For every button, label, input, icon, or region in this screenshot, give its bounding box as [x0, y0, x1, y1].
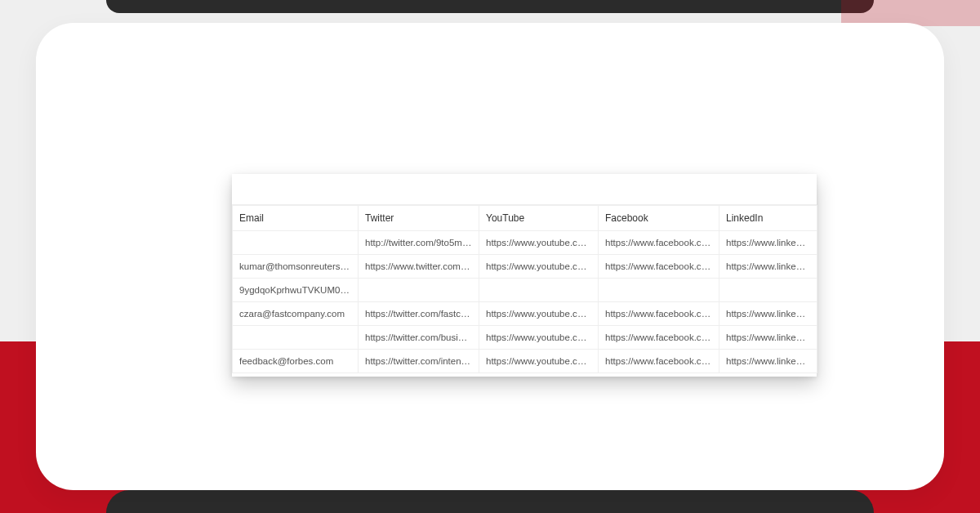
cell-email[interactable]: [233, 231, 359, 255]
bg-bottom-dark-pill: [106, 490, 874, 513]
page-background: Email Twitter YouTube Facebook LinkedIn …: [0, 0, 980, 513]
cell-youtube[interactable]: https://www.youtube.com/f...: [479, 350, 599, 373]
table-blank-header-row: [232, 174, 817, 205]
cell-twitter[interactable]: [359, 279, 479, 302]
table-row[interactable]: kumar@thomsonreuters.com https://www.twi…: [233, 255, 817, 279]
col-header-twitter[interactable]: Twitter: [359, 206, 479, 231]
cell-email[interactable]: feedback@forbes.com: [233, 350, 359, 373]
cell-twitter[interactable]: https://twitter.com/busines...: [359, 326, 479, 350]
col-header-linkedin[interactable]: LinkedIn: [719, 206, 817, 231]
cell-twitter[interactable]: http://twitter.com/9to5mac: [359, 231, 479, 255]
cell-email[interactable]: 9ygdqoKprhwuTVKUM0DLP...: [233, 279, 359, 302]
bg-top-dark-pill: [106, 0, 874, 13]
table-row[interactable]: http://twitter.com/9to5mac https://www.y…: [233, 231, 817, 255]
table-row[interactable]: https://twitter.com/busines... https://w…: [233, 326, 817, 350]
cell-twitter[interactable]: https://twitter.com/intent/t...: [359, 350, 479, 373]
data-table: Email Twitter YouTube Facebook LinkedIn …: [232, 205, 817, 373]
col-header-email[interactable]: Email: [233, 206, 359, 231]
table-row[interactable]: czara@fastcompany.com https://twitter.co…: [233, 302, 817, 326]
cell-facebook[interactable]: https://www.facebook.com/...: [599, 255, 719, 279]
cell-youtube[interactable]: [479, 279, 599, 302]
table-header-row: Email Twitter YouTube Facebook LinkedIn: [233, 206, 817, 231]
table-row[interactable]: 9ygdqoKprhwuTVKUM0DLP...: [233, 279, 817, 302]
cell-twitter[interactable]: https://twitter.com/fastcom...: [359, 302, 479, 326]
cell-email[interactable]: czara@fastcompany.com: [233, 302, 359, 326]
table-row[interactable]: feedback@forbes.com https://twitter.com/…: [233, 350, 817, 373]
data-table-container: Email Twitter YouTube Facebook LinkedIn …: [232, 174, 817, 377]
cell-facebook[interactable]: https://www.facebook.com/...: [599, 302, 719, 326]
cell-twitter[interactable]: https://www.twitter.com/Re...: [359, 255, 479, 279]
cell-linkedin[interactable]: https://www.linkedin...: [719, 350, 817, 373]
cell-facebook[interactable]: [599, 279, 719, 302]
cell-email[interactable]: kumar@thomsonreuters.com: [233, 255, 359, 279]
cell-email[interactable]: [233, 326, 359, 350]
cell-youtube[interactable]: https://www.youtube.com/c...: [479, 231, 599, 255]
cell-facebook[interactable]: https://www.facebook.com/...: [599, 326, 719, 350]
col-header-facebook[interactable]: Facebook: [599, 206, 719, 231]
cell-linkedin[interactable]: https://www.linkedin...: [719, 255, 817, 279]
cell-facebook[interactable]: https://www.facebook.com/...: [599, 231, 719, 255]
main-card: Email Twitter YouTube Facebook LinkedIn …: [36, 23, 944, 490]
col-header-youtube[interactable]: YouTube: [479, 206, 599, 231]
cell-facebook[interactable]: https://www.facebook.com/...: [599, 350, 719, 373]
cell-linkedin[interactable]: https://www.linkedin...: [719, 326, 817, 350]
cell-youtube[interactable]: https://www.youtube.com/...: [479, 302, 599, 326]
table-body: http://twitter.com/9to5mac https://www.y…: [233, 231, 817, 373]
cell-youtube[interactable]: https://www.youtube.com/...: [479, 255, 599, 279]
cell-linkedin[interactable]: https://www.linkedin...: [719, 231, 817, 255]
cell-linkedin[interactable]: [719, 279, 817, 302]
cell-linkedin[interactable]: https://www.linkedin...: [719, 302, 817, 326]
cell-youtube[interactable]: https://www.youtube.com/...: [479, 326, 599, 350]
